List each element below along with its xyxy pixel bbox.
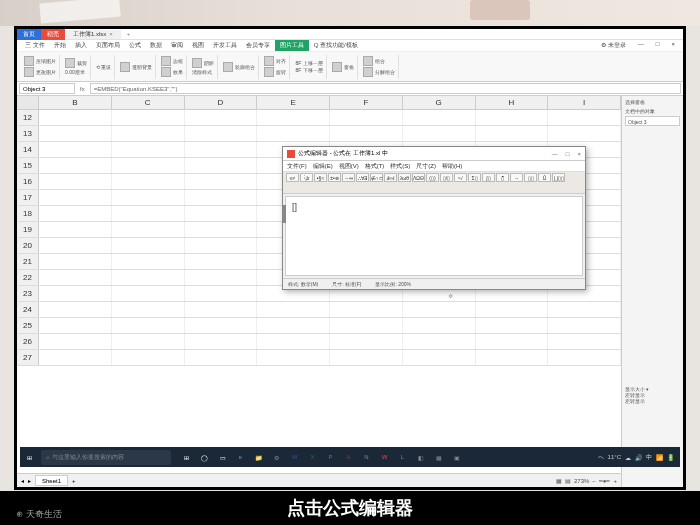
menu-vip[interactable]: 会员专享 [242, 41, 274, 50]
cell[interactable] [39, 126, 112, 141]
eq-tool-button[interactable]: ΛΩΘ [412, 173, 425, 182]
taskbar-app-icon[interactable]: A [341, 450, 356, 465]
cell[interactable] [112, 286, 185, 301]
cell[interactable] [39, 174, 112, 189]
row-header[interactable]: 16 [17, 174, 39, 189]
add-sheet-icon[interactable]: + [72, 478, 76, 484]
eq-tool-button[interactable]: •§≈ [314, 173, 327, 182]
row-header[interactable]: 24 [17, 302, 39, 317]
eq-tool-button[interactable]: λωθ [398, 173, 411, 182]
ime-icon[interactable]: 中 [646, 453, 652, 462]
col-header[interactable]: C [112, 96, 185, 109]
reset-button[interactable]: ⟲ 重设 [96, 64, 111, 70]
eq-tool-button[interactable]: Σ▯ [468, 173, 481, 182]
taskbar-app-icon[interactable]: ▭ [215, 450, 230, 465]
cell[interactable] [548, 350, 621, 365]
cell[interactable] [185, 222, 258, 237]
eq-tool-button[interactable]: → [510, 173, 523, 182]
cell[interactable] [112, 238, 185, 253]
cell[interactable] [112, 334, 185, 349]
cell[interactable] [39, 350, 112, 365]
eq-menu-view[interactable]: 视图(V) [339, 162, 359, 171]
size-value[interactable]: 0.00厘米 [65, 69, 85, 75]
eq-tool-button[interactable]: ⁿ√ [454, 173, 467, 182]
cell[interactable] [548, 110, 621, 125]
rotate-icon[interactable] [264, 67, 274, 77]
cell[interactable] [185, 142, 258, 157]
eq-tool-button[interactable]: →⇔ [342, 173, 355, 182]
eq-tool-button[interactable]: ▯/▯ [440, 173, 453, 182]
cell[interactable] [476, 302, 549, 317]
row-header[interactable]: 26 [17, 334, 39, 349]
cell[interactable] [403, 302, 476, 317]
col-header[interactable]: F [330, 96, 403, 109]
menu-search[interactable]: Q 查找功能/模板 [310, 41, 362, 50]
pane-icon[interactable] [332, 62, 342, 72]
zoom-slider[interactable]: ━●━ [599, 477, 611, 484]
row-header[interactable]: 13 [17, 126, 39, 141]
cell[interactable] [257, 110, 330, 125]
cell[interactable] [185, 190, 258, 205]
cell[interactable] [185, 126, 258, 141]
view-icon[interactable]: ▤ [565, 477, 571, 484]
eq-menu-format[interactable]: 格式(T) [365, 162, 385, 171]
cell[interactable] [185, 174, 258, 189]
col-header[interactable]: B [39, 96, 112, 109]
window-max-icon[interactable]: □ [652, 41, 664, 50]
cell[interactable] [112, 222, 185, 237]
home-tab[interactable]: 首页 [17, 29, 41, 40]
col-header[interactable]: D [185, 96, 258, 109]
cell[interactable] [112, 302, 185, 317]
eq-tool-button[interactable]: Ū [538, 173, 551, 182]
eq-menu-file[interactable]: 文件(F) [287, 162, 307, 171]
row-header[interactable]: 17 [17, 190, 39, 205]
taskbar-app-icon[interactable]: ▦ [431, 450, 446, 465]
cell[interactable] [39, 334, 112, 349]
taskbar-app-icon[interactable]: N [359, 450, 374, 465]
equation-editor-window[interactable]: 公式编辑器 - 公式在 工作簿1.xl 中 — □ × 文件(F) 编辑(E) … [282, 146, 586, 290]
row-header[interactable]: 12 [17, 110, 39, 125]
window-min-icon[interactable]: — [634, 41, 648, 50]
name-box[interactable]: Object 3 [19, 83, 75, 94]
cell[interactable] [257, 334, 330, 349]
taskbar-app-icon[interactable]: e [233, 450, 248, 465]
fx-icon[interactable]: fx [77, 86, 88, 92]
cell[interactable] [330, 126, 403, 141]
start-button[interactable]: ⊞ [20, 448, 38, 466]
battery-icon[interactable]: 🔋 [667, 454, 674, 461]
workbook-tab[interactable]: 工作簿1.xlsx × [65, 30, 121, 39]
cell[interactable] [185, 318, 258, 333]
eq-close-icon[interactable]: × [577, 151, 581, 157]
cell[interactable] [39, 238, 112, 253]
cell[interactable] [403, 334, 476, 349]
cell[interactable] [476, 110, 549, 125]
row-header[interactable]: 23 [17, 286, 39, 301]
cell[interactable] [112, 190, 185, 205]
taskbar-app-icon[interactable]: W [287, 450, 302, 465]
eq-resize-handle[interactable] [283, 205, 286, 223]
nav-next-icon[interactable]: ▸ [28, 477, 31, 484]
cell[interactable] [39, 158, 112, 173]
menu-data[interactable]: 数据 [146, 41, 166, 50]
cell[interactable] [185, 238, 258, 253]
eq-tool-button[interactable]: ∉∩⊂ [370, 173, 383, 182]
tray-icon[interactable]: へ [598, 453, 604, 462]
change-pic-icon[interactable] [24, 67, 34, 77]
cell[interactable] [330, 302, 403, 317]
taskbar-app-icon[interactable]: ▣ [449, 450, 464, 465]
cell[interactable] [39, 254, 112, 269]
eq-menu-style[interactable]: 样式(S) [390, 162, 410, 171]
eq-menu-edit[interactable]: 编辑(E) [313, 162, 333, 171]
cell[interactable] [112, 206, 185, 221]
cell[interactable] [476, 126, 549, 141]
cell[interactable] [548, 126, 621, 141]
taskbar-app-icon[interactable]: ⊞ [179, 450, 194, 465]
new-tab-button[interactable]: + [121, 31, 137, 37]
volume-icon[interactable]: 🔊 [635, 454, 642, 461]
row-header[interactable]: 22 [17, 270, 39, 285]
cell[interactable] [185, 254, 258, 269]
outline-icon[interactable] [223, 62, 233, 72]
eq-min-icon[interactable]: — [552, 151, 558, 157]
taskbar-app-icon[interactable]: ◯ [197, 450, 212, 465]
sheet-tab[interactable]: Sheet1 [35, 475, 68, 486]
